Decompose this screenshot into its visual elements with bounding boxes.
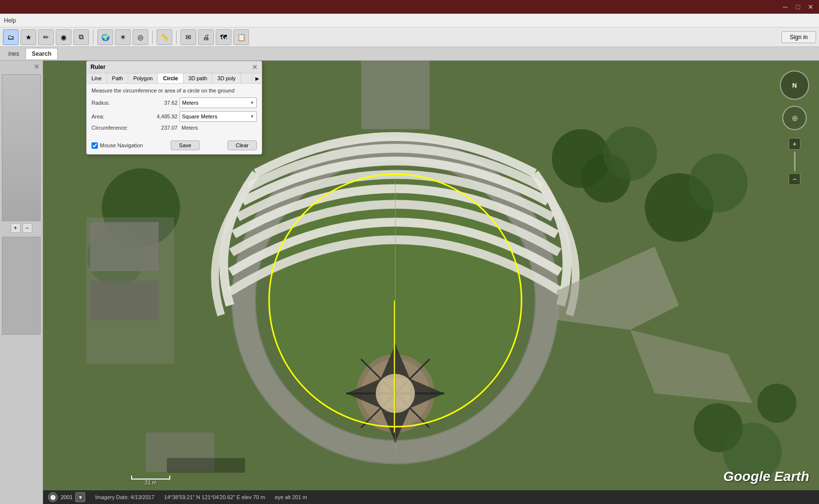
- coordinates: 14°38'59.21" N 121°04'20.62" E elev 70 m: [164, 494, 265, 500]
- maximize-button[interactable]: □: [794, 2, 802, 11]
- area-field: Area: 4,485.92 Square Meters ▼: [91, 111, 257, 122]
- radius-unit-select[interactable]: Meters ▼: [180, 97, 257, 108]
- record-tour-button[interactable]: ◉: [56, 29, 71, 45]
- compass[interactable]: N: [780, 70, 809, 100]
- expand-collapse: + −: [2, 223, 41, 233]
- tabs-row: ines Search: [0, 47, 819, 61]
- save-button[interactable]: Save: [171, 140, 200, 150]
- scale-line: [131, 476, 170, 480]
- sky-button[interactable]: ◎: [133, 29, 148, 45]
- google-earth-watermark: Google Earth: [723, 469, 809, 484]
- circumference-label: Circumference:: [91, 125, 140, 131]
- map-area[interactable]: N ⊕ + − Ruler ✕ Line Path Polygon Circle: [43, 61, 819, 504]
- separator-3: [176, 30, 177, 44]
- ruler-panel-close-button[interactable]: ✕: [252, 63, 258, 71]
- status-bar: 🕐 2001 ▼ Imagery Date: 4/13/2017 14°38'5…: [43, 490, 819, 504]
- svg-rect-22: [361, 61, 430, 129]
- ruler-tab-arrow[interactable]: ▶: [252, 76, 262, 81]
- radius-value: 37.62: [140, 100, 180, 106]
- help-menu[interactable]: Help: [4, 17, 16, 24]
- radius-unit-label: Meters: [182, 100, 199, 106]
- ruler-tab-path[interactable]: Path: [107, 73, 129, 83]
- separator-1: [93, 30, 93, 44]
- clock-icon: 🕐: [48, 492, 58, 502]
- svg-rect-27: [90, 281, 159, 320]
- mouse-nav-checkbox[interactable]: [91, 142, 98, 149]
- sign-in-button[interactable]: Sign in: [781, 31, 816, 43]
- area-label: Area:: [91, 114, 140, 119]
- expand-button[interactable]: +: [11, 223, 21, 233]
- presentation-button[interactable]: 📋: [233, 29, 249, 45]
- area-unit-label: Square Meters: [182, 114, 217, 119]
- separator-2: [152, 30, 153, 44]
- menu-bar: Help: [0, 14, 819, 27]
- radius-unit-arrow: ▼: [250, 100, 254, 105]
- scale-label: 31 m: [131, 480, 170, 485]
- minimize-button[interactable]: ─: [781, 2, 790, 11]
- svg-point-19: [689, 154, 748, 212]
- sun-button[interactable]: ☀: [115, 29, 131, 45]
- circumference-unit: Meters: [182, 125, 198, 131]
- ruler-description: Measure the circumference or area of a c…: [91, 88, 257, 93]
- mouse-nav-text: Mouse Navigation: [100, 142, 143, 148]
- toolbar: 🗂 ★ ✏ ◉ ⧉ 🌍 ☀ ◎ 📏 ✉ 🖨 🗺 📋 Sign in: [0, 27, 819, 47]
- clear-button[interactable]: Clear: [228, 140, 257, 150]
- tab-places[interactable]: ines: [2, 48, 25, 59]
- draw-path-button[interactable]: ✏: [38, 29, 54, 45]
- svg-point-17: [603, 127, 657, 181]
- ruler-tab-3dpath[interactable]: 3D path: [183, 73, 213, 83]
- zoom-out-button[interactable]: −: [789, 173, 800, 185]
- navigation-controls: N ⊕ + −: [780, 70, 809, 185]
- ruler-tab-circle[interactable]: Circle: [158, 73, 183, 83]
- places-button[interactable]: 🗂: [3, 29, 19, 45]
- timeline-down-button[interactable]: ▼: [75, 492, 85, 502]
- left-sidebar: ✕ + −: [0, 61, 43, 504]
- ruler-panel-title: Ruler: [91, 64, 106, 70]
- sidebar-close-button[interactable]: ✕: [33, 63, 41, 70]
- ruler-tab-3dpoly[interactable]: 3D poly: [212, 73, 241, 83]
- layers-button[interactable]: ⧉: [73, 29, 89, 45]
- radius-field: Radius: 37.62 Meters ▼: [91, 97, 257, 108]
- ruler-button[interactable]: 📏: [157, 29, 172, 45]
- zoom-in-button[interactable]: +: [789, 138, 800, 150]
- svg-rect-26: [90, 222, 159, 271]
- mouse-nav-label[interactable]: Mouse Navigation: [91, 142, 143, 149]
- print-button[interactable]: 🖨: [198, 29, 214, 45]
- compass-north-label: N: [792, 82, 796, 89]
- circumference-field: Circumference: 237.07 Meters: [91, 125, 257, 131]
- scale-bar: 31 m: [131, 476, 170, 485]
- view-in-maps-button[interactable]: 🗺: [216, 29, 231, 45]
- ruler-content: Measure the circumference or area of a c…: [87, 84, 262, 137]
- area-value: 4,485.92: [140, 114, 180, 119]
- ruler-actions: Mouse Navigation Save Clear: [87, 137, 262, 154]
- circumference-value: 237.07: [140, 125, 180, 131]
- eye-alt: eye alt 201 m: [275, 494, 307, 500]
- area-unit-arrow: ▼: [250, 114, 254, 119]
- svg-point-34: [757, 384, 796, 423]
- year-label: 2001: [61, 494, 72, 500]
- radius-label: Radius:: [91, 100, 140, 106]
- ruler-tab-polygon[interactable]: Polygon: [128, 73, 158, 83]
- main-layout: ✕ + −: [0, 61, 819, 504]
- title-bar: ─ □ ✕: [0, 0, 819, 14]
- ruler-tab-line[interactable]: Line: [87, 73, 107, 83]
- area-unit-select[interactable]: Square Meters ▼: [180, 111, 257, 122]
- collapse-button[interactable]: −: [23, 223, 32, 233]
- switch-earth-button[interactable]: 🌍: [97, 29, 113, 45]
- svg-rect-35: [167, 458, 245, 473]
- close-button[interactable]: ✕: [806, 2, 815, 11]
- zoom-controls: + −: [789, 138, 800, 185]
- tab-search[interactable]: Search: [25, 48, 58, 59]
- nav-ring[interactable]: ⊕: [782, 106, 807, 130]
- imagery-date: Imagery Date: 4/13/2017: [95, 494, 154, 500]
- ruler-tabs: Line Path Polygon Circle 3D path 3D poly…: [87, 73, 262, 84]
- ruler-panel: Ruler ✕ Line Path Polygon Circle 3D path…: [86, 61, 262, 155]
- ruler-panel-header: Ruler ✕: [87, 61, 262, 73]
- email-button[interactable]: ✉: [181, 29, 196, 45]
- add-placemark-button[interactable]: ★: [21, 29, 36, 45]
